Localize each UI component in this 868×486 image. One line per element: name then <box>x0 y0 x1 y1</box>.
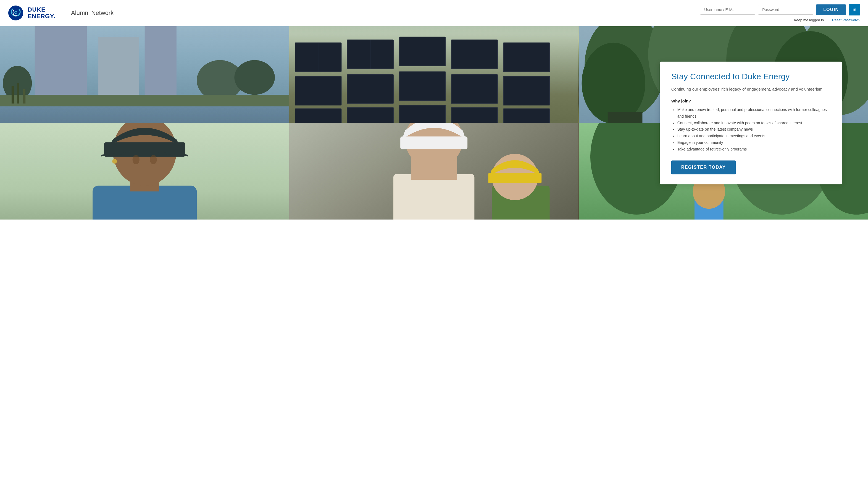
login-button[interactable]: LOGIN <box>816 4 846 15</box>
svg-rect-12 <box>0 95 289 106</box>
logo-duke: DUKE <box>28 6 55 13</box>
logo-energy: ENERGY. <box>28 13 55 20</box>
remember-me-label: Keep me logged in <box>794 18 824 22</box>
remember-row: Keep me logged in Reset Password? <box>787 18 860 22</box>
svg-rect-26 <box>503 76 550 105</box>
svg-rect-20 <box>452 40 498 69</box>
benefit-item-2: Stay up-to-date on the latest company ne… <box>677 127 830 133</box>
photo-solar <box>289 26 579 123</box>
svg-rect-8 <box>145 26 177 100</box>
svg-rect-21 <box>503 43 550 72</box>
benefits-list: Make and renew trusted, personal and pro… <box>671 106 830 153</box>
benefit-item-4: Engage in your community <box>677 139 830 146</box>
svg-rect-31 <box>503 109 550 123</box>
svg-rect-5 <box>35 26 87 100</box>
photo-worker-hardhat <box>289 123 579 220</box>
reset-password-link[interactable]: Reset Password? <box>832 18 860 22</box>
svg-rect-14 <box>18 83 19 103</box>
site-header: DUKE ENERGY. Alumni Network LOGIN in Kee… <box>0 0 868 26</box>
why-join-heading: Why join? <box>671 99 830 103</box>
svg-rect-22 <box>295 76 341 105</box>
svg-point-52 <box>112 159 117 164</box>
logo-area: DUKE ENERGY. Alumni Network <box>8 5 114 21</box>
password-input[interactable] <box>758 5 813 14</box>
svg-rect-15 <box>23 89 25 103</box>
svg-rect-43 <box>608 112 642 123</box>
svg-rect-28 <box>347 107 394 123</box>
benefit-item-1: Connect, collaborate and innovate with p… <box>677 120 830 127</box>
svg-rect-60 <box>489 173 542 183</box>
svg-point-51 <box>150 155 157 164</box>
benefit-item-5: Take advantage of retiree-only programs <box>677 146 830 153</box>
svg-rect-29 <box>399 105 445 123</box>
duke-logo-icon <box>8 5 24 21</box>
svg-rect-30 <box>452 107 498 123</box>
remember-me-checkbox[interactable] <box>787 18 791 22</box>
svg-rect-25 <box>452 74 498 103</box>
alumni-network-label: Alumni Network <box>71 9 114 17</box>
duke-energy-logo <box>8 5 24 21</box>
logo-text: DUKE ENERGY. <box>28 6 55 20</box>
svg-rect-13 <box>11 86 14 103</box>
svg-point-11 <box>234 60 275 95</box>
svg-rect-57 <box>401 136 468 149</box>
svg-rect-7 <box>98 37 139 100</box>
benefit-item-3: Learn about and participate in meetings … <box>677 133 830 139</box>
benefit-item-0: Make and renew trusted, personal and pro… <box>677 106 830 120</box>
logo-divider <box>63 6 63 20</box>
photo-worker-woman <box>0 123 289 220</box>
login-row: LOGIN in <box>700 4 860 15</box>
svg-rect-19 <box>399 37 445 66</box>
svg-rect-24 <box>399 72 445 101</box>
svg-point-40 <box>582 43 645 123</box>
svg-point-50 <box>133 155 140 164</box>
card-title: Stay Connected to Duke Energy <box>671 71 830 82</box>
svg-rect-27 <box>295 109 341 123</box>
svg-rect-54 <box>393 174 474 220</box>
register-today-button[interactable]: REGISTER TODAY <box>671 160 736 174</box>
svg-point-2 <box>15 11 17 13</box>
username-input[interactable] <box>700 5 755 14</box>
info-card: Stay Connected to Duke Energy Continuing… <box>660 62 842 184</box>
header-right: LOGIN in Keep me logged in Reset Passwor… <box>700 4 860 22</box>
hero-section: Stay Connected to Duke Energy Continuing… <box>0 26 868 220</box>
card-description: Continuing our employees' rich legacy of… <box>671 86 830 93</box>
photo-industrial <box>0 26 289 123</box>
linkedin-button[interactable]: in <box>849 4 860 15</box>
svg-rect-23 <box>347 74 394 103</box>
